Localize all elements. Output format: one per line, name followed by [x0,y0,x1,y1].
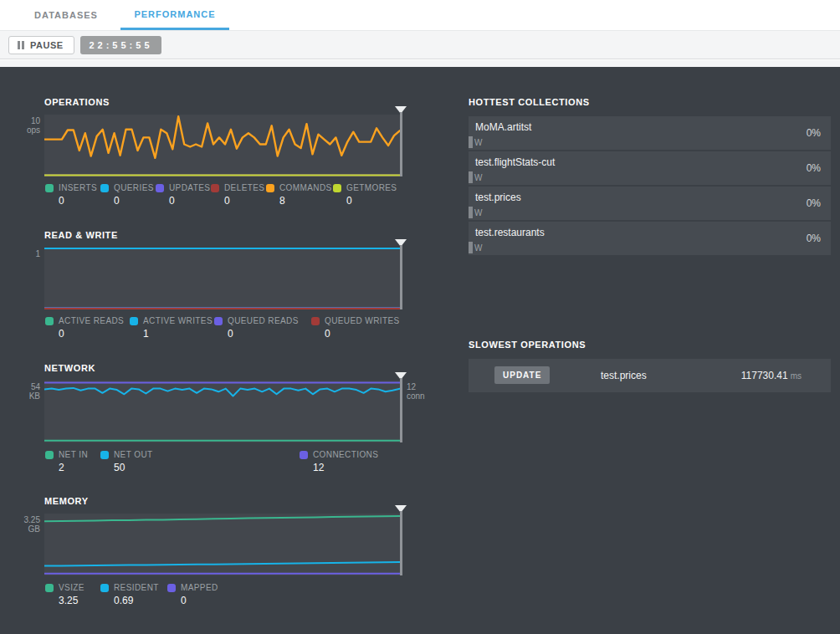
collection-namespace: MoMA.artitst [475,121,531,133]
legend-item-connections: CONNECTIONS12 [300,450,378,473]
collection-utilization-percent: 0% [807,197,821,209]
series-color-swatch [214,317,223,325]
series-color-swatch [266,184,274,192]
series-current-value: 0 [228,328,299,340]
hottest-collection-row: test.restaurants 0% W [469,222,831,255]
series-current-value: 0 [181,595,218,606]
series-label: VSIZE [59,583,85,592]
series-color-swatch [333,184,341,192]
series-label: QUERIES [114,183,154,192]
series-current-value: 0 [325,328,400,340]
performance-page: DATABASES PERFORMANCE PAUSE 22:55:55 OPE… [0,0,840,634]
series-current-value: 0 [346,195,397,207]
legend-item-queries: QUERIES0 [100,183,154,207]
series-color-swatch [45,451,54,459]
tab-performance[interactable]: PERFORMANCE [120,0,229,30]
tab-databases[interactable]: DATABASES [12,0,120,30]
series-label: UPDATES [169,183,210,192]
write-activity-label: W [474,243,482,253]
collection-utilization-percent: 0% [807,233,821,244]
series-label: RESIDENT [114,583,159,592]
network-legend: NET IN2NET OUT50CONNECTIONS12 [44,450,412,477]
collection-namespace: test.restaurants [475,227,545,238]
series-current-value: 0 [224,195,264,207]
series-label: MAPPED [181,583,218,592]
operations-chart-title: OPERATIONS [44,97,110,107]
series-current-value: 3.25 [59,595,85,606]
read-write-y-axis-label: 1 [5,249,40,258]
network-right-axis-label: 12 conn [407,382,440,401]
memory-chart-plot [44,514,400,575]
collection-utilization-percent: 0% [807,127,821,139]
slowest-operations-list: UPDATE test.prices 117730.41ms [469,359,831,394]
series-color-swatch [130,317,138,325]
memory-chart-title: MEMORY [44,496,89,506]
legend-item-active-writes: ACTIVE WRITES1 [130,316,213,340]
hottest-collections-title: HOTTEST COLLECTIONS [469,97,590,107]
series-label: CONNECTIONS [313,450,378,459]
series-label: ACTIVE WRITES [143,316,213,325]
pause-icon [18,41,24,49]
series-current-value: 50 [114,462,153,473]
operations-legend: INSERTS0QUERIES0UPDATES0DELETES0COMMANDS… [44,183,412,210]
legend-item-vsize: VSIZE3.25 [45,583,85,606]
series-color-swatch [211,184,219,192]
series-color-swatch [311,317,320,325]
series-current-value: 8 [279,195,332,207]
series-line-net-out [44,388,400,396]
series-label: NET OUT [114,450,153,459]
legend-item-commands: COMMANDS8 [266,183,332,207]
series-label: NET IN [59,450,88,459]
legend-item-updates: UPDATES0 [156,183,210,207]
performance-toolbar: PAUSE 22:55:55 [0,31,840,59]
operation-namespace: test.prices [601,370,647,381]
series-color-swatch [45,317,54,325]
series-label: QUEUED READS [228,316,299,325]
series-current-value: 1 [143,328,213,340]
write-activity-label: W [474,138,482,147]
series-color-swatch [100,451,109,459]
tab-bar: DATABASES PERFORMANCE [0,0,840,31]
operation-type-badge: UPDATE [494,366,550,384]
operation-duration-value: 117730.41 [741,370,788,381]
read-write-chart-plot [44,248,400,309]
current-time-badge: 22:55:55 [80,36,161,54]
operation-duration: 117730.41ms [741,370,802,381]
slowest-operations-title: SLOWEST OPERATIONS [469,340,586,350]
series-label: DELETES [224,183,264,192]
series-line-commands [44,116,400,158]
legend-item-queued-reads: QUEUED READS0 [214,316,299,340]
network-y-axis-label: 54 KB [5,382,40,401]
write-activity-label: W [474,208,482,217]
series-label: GETMORES [346,183,397,192]
operations-y-axis-label: 10 ops [5,116,40,135]
hottest-collections-list: MoMA.artitst 0% W test.flightStats-cut 0… [469,116,831,257]
performance-dashboard: OPERATIONS 10 ops INSERTS0QUERIES0UPDATE… [0,67,840,634]
series-current-value: 0 [59,195,97,207]
memory-legend: VSIZE3.25RESIDENT0.69MAPPED0 [44,583,412,610]
collection-namespace: test.prices [475,192,521,203]
operations-chart-plot [44,115,400,176]
series-current-value: 2 [59,462,88,473]
write-activity-label: W [474,173,482,182]
hottest-collection-row: MoMA.artitst 0% W [469,116,831,150]
series-color-swatch [167,584,176,592]
series-current-value: 0 [169,195,210,207]
write-activity-bar [469,242,473,253]
legend-item-inserts: INSERTS0 [45,183,97,207]
series-color-swatch [300,451,308,459]
network-chart-plot [44,381,400,442]
write-activity-bar [469,136,473,148]
series-color-swatch [156,184,164,192]
slowest-operation-row: UPDATE test.prices 117730.41ms [469,359,831,392]
series-label: ACTIVE READS [59,316,124,325]
hottest-collection-row: test.flightStats-cut 0% W [469,151,831,185]
collection-namespace: test.flightStats-cut [475,156,555,168]
legend-item-deletes: DELETES0 [211,183,264,207]
pause-button-label: PAUSE [30,40,64,50]
write-activity-bar [469,171,473,183]
series-current-value: 0 [59,328,124,340]
series-line-resident [44,562,400,566]
pause-button[interactable]: PAUSE [8,36,74,54]
legend-item-getmores: GETMORES0 [333,183,397,207]
